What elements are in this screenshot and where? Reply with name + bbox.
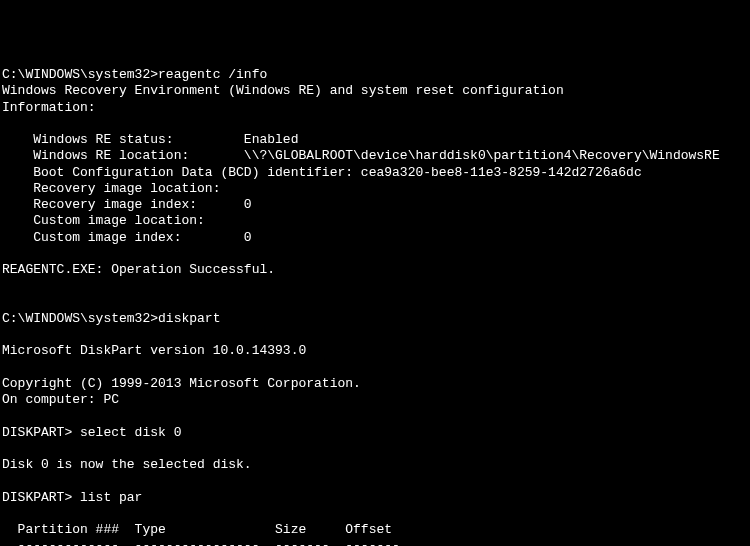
command: diskpart bbox=[158, 311, 220, 326]
command: select disk 0 bbox=[80, 425, 181, 440]
blank-line bbox=[2, 441, 10, 456]
info-row: Boot Configuration Data (BCD) identifier… bbox=[2, 165, 642, 180]
info-value: 0 bbox=[244, 197, 252, 212]
diskpart-result: Disk 0 is now the selected disk. bbox=[2, 457, 252, 472]
table-divider: ------------- ---------------- ------- -… bbox=[2, 538, 400, 546]
info-value: \\?\GLOBALROOT\device\harddisk0\partitio… bbox=[244, 148, 720, 163]
info-row: Windows RE location: \\?\GLOBALROOT\devi… bbox=[2, 148, 720, 163]
success-message: REAGENTC.EXE: Operation Successful. bbox=[2, 262, 275, 277]
diskpart-command-2: DISKPART> list par bbox=[2, 490, 142, 505]
info-row: Custom image index: 0 bbox=[2, 230, 252, 245]
blank-line bbox=[2, 116, 10, 131]
info-value: Enabled bbox=[244, 132, 299, 147]
blank-line bbox=[2, 360, 10, 375]
blank-line bbox=[2, 506, 10, 521]
output-header: Information: bbox=[2, 100, 96, 115]
blank-line bbox=[2, 246, 10, 261]
diskpart-command-1: DISKPART> select disk 0 bbox=[2, 425, 181, 440]
blank-line bbox=[2, 278, 10, 293]
info-row: Recovery image index: 0 bbox=[2, 197, 252, 212]
diskpart-prompt: DISKPART> bbox=[2, 490, 80, 505]
diskpart-copyright: Copyright (C) 1999-2013 Microsoft Corpor… bbox=[2, 376, 361, 391]
info-row: Recovery image location: bbox=[2, 181, 220, 196]
info-label: Windows RE location: bbox=[2, 148, 244, 163]
command: reagentc /info bbox=[158, 67, 267, 82]
blank-line bbox=[2, 295, 10, 310]
output-header: Windows Recovery Environment (Windows RE… bbox=[2, 83, 564, 98]
blank-line bbox=[2, 473, 10, 488]
table-header: Partition ### Type Size Offset bbox=[2, 522, 392, 537]
info-label: Windows RE status: bbox=[2, 132, 244, 147]
prompt: C:\WINDOWS\system32> bbox=[2, 311, 158, 326]
blank-line bbox=[2, 327, 10, 342]
info-label: Recovery image index: bbox=[2, 197, 244, 212]
info-value: 0 bbox=[244, 230, 252, 245]
diskpart-computer: On computer: PC bbox=[2, 392, 119, 407]
diskpart-version: Microsoft DiskPart version 10.0.14393.0 bbox=[2, 343, 306, 358]
command: list par bbox=[80, 490, 142, 505]
info-label: Custom image index: bbox=[2, 230, 244, 245]
prompt: C:\WINDOWS\system32> bbox=[2, 67, 158, 82]
blank-line bbox=[2, 408, 10, 423]
diskpart-prompt: DISKPART> bbox=[2, 425, 80, 440]
info-row: Custom image location: bbox=[2, 213, 205, 228]
command-line-2: C:\WINDOWS\system32>diskpart bbox=[2, 311, 220, 326]
info-row: Windows RE status: Enabled bbox=[2, 132, 298, 147]
command-line-1: C:\WINDOWS\system32>reagentc /info bbox=[2, 67, 267, 82]
